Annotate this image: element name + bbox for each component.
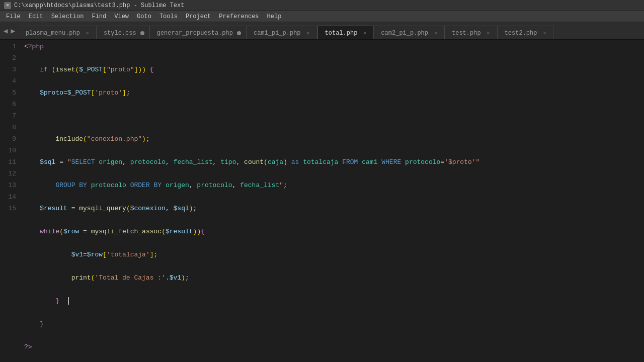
tab-cam1-pi-p[interactable]: cam1_pi_p.php ✕ [247, 26, 317, 40]
tab-close-button[interactable]: ✕ [84, 30, 91, 37]
tab-label: plasma_menu.php [26, 30, 80, 37]
code-line-6: $sql = "SELECT origen, protocolo, fecha_… [24, 156, 644, 168]
tab-close-button[interactable]: ✕ [432, 30, 439, 37]
menu-bar: File Edit Selection Find View Goto Tools… [0, 11, 644, 22]
code-line-7: $result = mysqli_query($conexion, $sql); [24, 203, 644, 214]
tab-close-button[interactable]: ✕ [485, 30, 492, 37]
code-line-11: } [24, 295, 644, 307]
code-area[interactable]: <?php if (isset($_POST["proto"])) { $pro… [20, 40, 644, 362]
window-title: C:\xampp\htdocs\plasma\test3.php - Subli… [14, 2, 184, 9]
menu-find[interactable]: Find [88, 12, 110, 21]
tab-plasma-menu[interactable]: plasma_menu.php ✕ [19, 26, 97, 40]
tab-label: cam2_pi_p.php [381, 30, 428, 37]
tab-bar: ◀ ▶ plasma_menu.php ✕ style.css generar_… [0, 22, 644, 40]
code-line-9: $v1=$row['totalcaja']; [24, 249, 644, 260]
code-line-12: } [24, 318, 644, 330]
code-line-13: ?> [24, 341, 644, 353]
tab-total-php[interactable]: total.php ✕ [317, 26, 374, 40]
tab-next-button[interactable]: ▶ [9, 27, 16, 35]
tab-close-button[interactable]: ✕ [541, 30, 548, 37]
code-line-3: $proto=$_POST['proto']; [24, 87, 644, 99]
tab-dirty-indicator [237, 31, 241, 35]
tab-prev-button[interactable]: ◀ [2, 27, 9, 35]
tab-cam2-pi-p[interactable]: cam2_pi_p.php ✕ [374, 26, 445, 40]
tab-nav: ◀ ▶ [0, 22, 19, 39]
code-line-4 [24, 110, 644, 122]
tab-label: total.php [325, 30, 358, 37]
code-line-2: if (isset($_POST["proto"])) { [24, 64, 644, 75]
tab-dirty-indicator [140, 31, 144, 35]
menu-view[interactable]: View [110, 12, 133, 21]
menu-preferences[interactable]: Preferences [215, 12, 263, 21]
tab-label: cam1_pi_p.php [254, 30, 301, 37]
menu-tools[interactable]: Tools [155, 12, 182, 21]
tab-label: test.php [452, 30, 481, 37]
code-line-10: print('Total de Cajas :'.$v1); [24, 272, 644, 284]
tab-close-button[interactable]: ✕ [361, 30, 368, 37]
code-line-8: while($row = mysqli_fetch_assoc($result)… [24, 226, 644, 237]
code-line-1: <?php [24, 41, 644, 52]
tab-generar-propuesta[interactable]: generar_propuesta.php [150, 26, 247, 40]
menu-file[interactable]: File [2, 12, 25, 21]
menu-project[interactable]: Project [182, 12, 215, 21]
tab-label: style.css [104, 30, 136, 37]
code-line-5: include("conexion.php"); [24, 133, 644, 145]
menu-goto[interactable]: Goto [133, 12, 155, 21]
editor[interactable]: 1 2 3 4 5 6 7 8 9 10 11 12 13 14 15 <?ph… [0, 40, 644, 362]
tab-style-css[interactable]: style.css [97, 26, 150, 40]
line-numbers: 1 2 3 4 5 6 7 8 9 10 11 12 13 14 15 [0, 40, 20, 362]
tab-test2-php[interactable]: test2.php ✕ [498, 26, 554, 40]
tab-test-php[interactable]: test.php ✕ [445, 26, 498, 40]
app-icon: ■ [4, 2, 11, 9]
tab-label: test2.php [505, 30, 537, 37]
title-bar: ■ C:\xampp\htdocs\plasma\test3.php - Sub… [0, 0, 644, 11]
menu-edit[interactable]: Edit [25, 12, 47, 21]
tab-close-button[interactable]: ✕ [305, 30, 312, 37]
menu-help[interactable]: Help [263, 12, 286, 21]
tab-label: generar_propuesta.php [157, 30, 233, 37]
menu-selection[interactable]: Selection [47, 12, 88, 21]
code-line-6b: GROUP BY protocolo ORDER BY origen, prot… [24, 179, 644, 191]
